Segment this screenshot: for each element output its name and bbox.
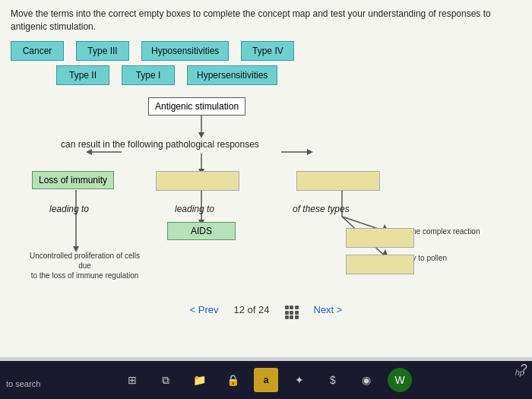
of-these-types-label: of these types bbox=[293, 204, 350, 214]
terms-row-2: Type II Type I Hypersensitivities bbox=[56, 65, 277, 85]
instruction-text: Move the terms into the correct empty bo… bbox=[11, 8, 521, 33]
taskbar-files[interactable]: 📁 bbox=[187, 368, 211, 392]
term-cancer[interactable]: Cancer bbox=[11, 41, 64, 61]
taskbar-task-view[interactable]: ⧉ bbox=[154, 368, 178, 392]
next-button[interactable]: Next > bbox=[314, 304, 343, 315]
term-hypersensitivities[interactable]: Hypersensitivities bbox=[187, 65, 277, 85]
taskbar-circle[interactable]: ◉ bbox=[354, 368, 378, 392]
taskbar: to search ⊞ ⧉ 📁 🔒 a ✦ $ ◉ W hp ? bbox=[0, 361, 532, 399]
can-result-label: can result in the following pathological… bbox=[61, 139, 259, 150]
search-label: to search bbox=[6, 379, 40, 388]
leading-to-label-1: leading to bbox=[49, 204, 89, 214]
concept-map: Antigenic stimulation can result in the … bbox=[15, 91, 517, 327]
main-content: Move the terms into the correct empty bo… bbox=[0, 0, 532, 357]
loss-of-immunity-box[interactable]: Loss of immunity bbox=[32, 171, 114, 189]
svg-marker-7 bbox=[307, 149, 313, 155]
allergy-pollen-box[interactable] bbox=[346, 255, 414, 274]
svg-marker-1 bbox=[198, 132, 204, 138]
terms-area: Cancer Type III Hyposensitivities Type I… bbox=[11, 41, 521, 85]
right-empty-box[interactable] bbox=[296, 171, 380, 191]
taskbar-lock[interactable]: 🔒 bbox=[220, 368, 245, 392]
taskbar-w[interactable]: W bbox=[388, 368, 412, 392]
antigenic-stimulation-box: Antigenic stimulation bbox=[148, 97, 245, 116]
leading-to-label-2: leading to bbox=[175, 204, 214, 214]
immune-complex-box[interactable] bbox=[346, 228, 414, 248]
term-type3[interactable]: Type III bbox=[76, 41, 129, 61]
nav-bar: < Prev 12 of 24 Next > bbox=[0, 300, 532, 319]
taskbar-star[interactable]: ✦ bbox=[287, 368, 312, 392]
middle-empty-box[interactable] bbox=[156, 171, 239, 191]
term-hyposensitivities[interactable]: Hyposensitivities bbox=[141, 41, 229, 61]
term-type2[interactable]: Type II bbox=[56, 65, 109, 85]
taskbar-question[interactable]: ? bbox=[521, 363, 527, 376]
taskbar-a-button[interactable]: a bbox=[254, 368, 278, 392]
page-info: 12 of 24 bbox=[234, 304, 270, 315]
aids-box[interactable]: AIDS bbox=[167, 222, 236, 240]
uncontrolled-label: Uncontrolled proliferation of cells duet… bbox=[26, 251, 144, 280]
terms-row-1: Cancer Type III Hyposensitivities Type I… bbox=[11, 41, 294, 61]
arrows-svg bbox=[15, 91, 517, 327]
term-type1[interactable]: Type I bbox=[122, 65, 175, 85]
prev-button[interactable]: < Prev bbox=[190, 304, 219, 315]
svg-marker-3 bbox=[86, 149, 92, 155]
taskbar-dollar[interactable]: $ bbox=[321, 368, 345, 392]
taskbar-start-button[interactable]: ⊞ bbox=[120, 368, 144, 392]
grid-icon bbox=[285, 300, 299, 319]
term-type4[interactable]: Type IV bbox=[241, 41, 294, 61]
